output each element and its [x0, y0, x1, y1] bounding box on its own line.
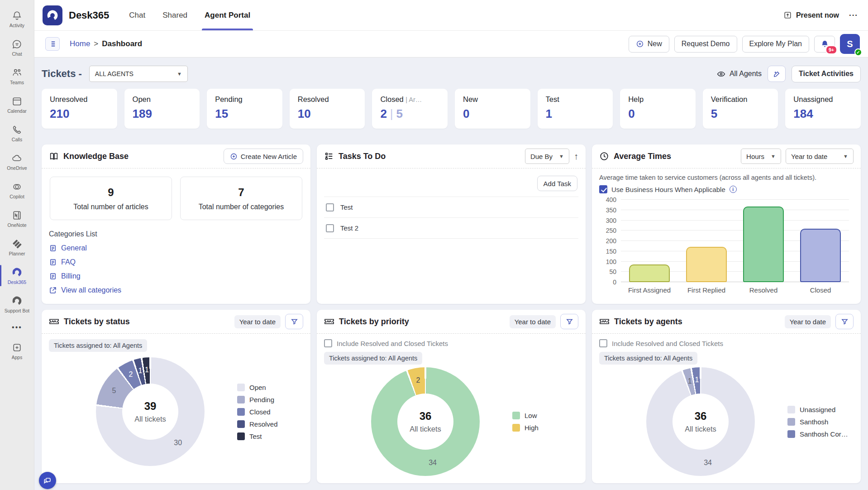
assigned-to-pill: Tickets assigned to: All Agents	[324, 352, 422, 365]
present-now-button[interactable]: Present now	[783, 11, 839, 19]
header-more-button[interactable]: ···	[849, 11, 858, 20]
explore-plan-button[interactable]: Explore My Plan	[742, 36, 810, 53]
sidebar-item-calls[interactable]: Calls	[0, 119, 34, 147]
due-by-select[interactable]: Due By ▼	[525, 149, 569, 164]
document-icon	[49, 244, 57, 252]
sidebar-item-chat[interactable]: Chat	[0, 33, 34, 62]
status-card-resolved[interactable]: Resolved 10	[290, 89, 365, 129]
legend-item[interactable]: Low	[512, 412, 539, 419]
tab-shared[interactable]: Shared	[162, 0, 187, 30]
sidebar-item-support-bot[interactable]: Support Bot	[0, 290, 34, 318]
sort-direction-button[interactable]: ↑	[574, 151, 578, 162]
y-axis-tick: 350	[599, 207, 616, 214]
legend-item[interactable]: Santhosh Cor…	[787, 430, 848, 438]
include-resolved-checkbox[interactable]	[599, 339, 607, 347]
category-link-faq[interactable]: FAQ	[49, 258, 303, 266]
legend-item[interactable]: High	[512, 424, 539, 432]
desk365-logo-glyph	[46, 9, 59, 22]
legend-swatch	[237, 432, 245, 440]
status-card-open[interactable]: Open 189	[124, 89, 200, 129]
status-card-pending[interactable]: Pending 15	[207, 89, 282, 129]
legend-swatch	[237, 384, 245, 391]
filter-button[interactable]	[560, 314, 578, 329]
chat-icon	[11, 38, 23, 50]
legend-item[interactable]: Closed	[237, 408, 278, 416]
filter-button[interactable]	[835, 314, 854, 329]
date-range-select[interactable]: Year to date ▼	[786, 149, 854, 164]
sidebar-item-copilot[interactable]: Copilot	[0, 176, 34, 204]
notifications-button[interactable]: 9+	[814, 36, 835, 53]
legend-item[interactable]: Unassigned	[787, 406, 848, 413]
legend-item[interactable]: Santhosh	[787, 418, 848, 426]
task-row[interactable]: Test	[324, 197, 578, 218]
sidebar-item-planner[interactable]: Planner	[0, 233, 34, 261]
create-new-article-button[interactable]: Create New Article	[224, 149, 303, 164]
tickets-by-agents-donut[interactable]: 36 All tickets 3411	[646, 367, 755, 476]
slice-value-label: 34	[429, 459, 437, 467]
status-card-unresolved[interactable]: Unresolved 210	[42, 89, 117, 129]
view-all-categories-link[interactable]: View all categories	[49, 286, 303, 294]
notification-badge: 9+	[825, 45, 837, 54]
status-card-verification[interactable]: Verification 5	[703, 89, 778, 129]
card-title: Tickets by status	[64, 317, 130, 327]
sidebar-item-activity[interactable]: Activity	[0, 5, 34, 33]
request-demo-button[interactable]: Request Demo	[674, 36, 737, 53]
task-checkbox[interactable]	[326, 224, 334, 232]
tab-chat[interactable]: Chat	[129, 0, 145, 30]
all-agents-view-toggle[interactable]: All Agents	[716, 69, 762, 79]
filter-button[interactable]	[285, 314, 303, 329]
donut-total-label: All tickets	[134, 415, 166, 423]
donut-total: 36	[695, 410, 707, 423]
category-link-billing[interactable]: Billing	[49, 272, 303, 280]
tickets-by-status-donut[interactable]: 39 All tickets 305211	[96, 357, 205, 466]
funnel-icon	[291, 318, 298, 326]
breadcrumb: Home > Dashboard	[70, 39, 142, 48]
legend-item[interactable]: Pending	[237, 396, 278, 404]
average-times-description: Average time taken to service customers …	[599, 174, 854, 181]
legend-item[interactable]: Test	[237, 432, 278, 440]
customize-cards-button[interactable]	[768, 66, 786, 82]
sidebar-item-apps[interactable]: Apps	[0, 336, 34, 365]
eye-icon	[716, 69, 726, 79]
add-task-button[interactable]: Add Task	[537, 176, 577, 191]
legend-item[interactable]: Open	[237, 384, 278, 391]
task-row[interactable]: Test 2	[324, 218, 578, 239]
ticket-activities-button[interactable]: Ticket Activities	[792, 66, 861, 82]
presence-available-badge: ✓	[854, 48, 862, 56]
agent-filter-select[interactable]: ALL AGENTS ▼	[89, 66, 188, 82]
user-avatar[interactable]: S ✓	[840, 34, 860, 54]
phone-icon	[11, 124, 23, 135]
category-link-general[interactable]: General	[49, 244, 303, 252]
sidebar-item-onenote[interactable]: OneNote	[0, 204, 34, 233]
status-card-new[interactable]: New 0	[455, 89, 530, 129]
new-button[interactable]: New	[629, 36, 669, 53]
helpdesk-chat-widget-button[interactable]	[39, 472, 56, 489]
donut-center: 36 All tickets	[397, 394, 453, 450]
hours-unit-select[interactable]: Hours ▼	[741, 149, 781, 164]
sidebar-item-teams[interactable]: Teams	[0, 62, 34, 90]
tickets-by-priority-donut[interactable]: 36 All tickets 342	[371, 367, 480, 476]
tab-agent-portal[interactable]: Agent Portal	[205, 0, 250, 30]
sidebar-item-calendar[interactable]: Calendar	[0, 90, 34, 119]
plus-circle-icon	[230, 153, 238, 160]
business-hours-checkbox[interactable]	[599, 185, 607, 193]
copilot-icon	[11, 181, 23, 192]
breadcrumb-home-link[interactable]: Home	[70, 39, 90, 48]
slice-value-label: 1	[145, 366, 149, 374]
include-resolved-checkbox[interactable]	[324, 339, 332, 347]
task-checkbox[interactable]	[326, 203, 334, 211]
tickets-by-priority-card: Tickets by priority Year to date Include…	[317, 310, 586, 483]
legend-label: Closed	[249, 408, 271, 416]
sidebar-item-onedrive[interactable]: OneDrive	[0, 147, 34, 176]
status-card-unassigned[interactable]: Unassigned 184	[785, 89, 861, 129]
status-card-closed-archived[interactable]: Closed | Ar… 2|5	[372, 89, 448, 129]
x-axis-label: Closed	[792, 286, 849, 294]
status-card-test[interactable]: Test 1	[538, 89, 613, 129]
info-icon[interactable]: i	[730, 186, 737, 193]
sidebar-item-desk365[interactable]: Desk365	[0, 261, 34, 290]
legend-item[interactable]: Resolved	[237, 420, 278, 428]
status-card-help[interactable]: Help 0	[620, 89, 696, 129]
rail-more-button[interactable]: •••	[12, 318, 22, 336]
menu-list-button[interactable]	[45, 37, 60, 51]
legend-swatch	[787, 418, 795, 426]
